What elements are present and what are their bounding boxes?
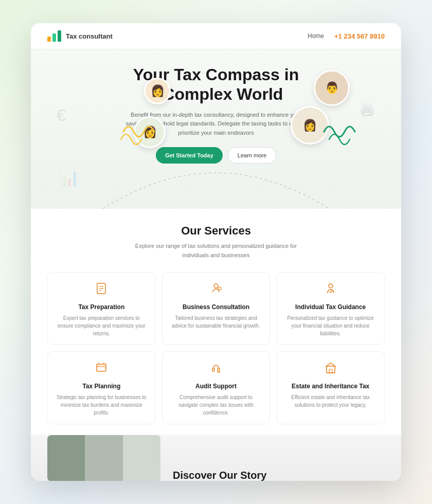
story-section: Discover Our Story: [31, 435, 401, 481]
svg-point-6: [329, 284, 333, 288]
service-desc-5: Comprehensive audit support to navigate …: [170, 393, 263, 417]
nav-links: Home +1 234 567 8910: [308, 32, 385, 40]
euro-icon: €: [57, 106, 66, 125]
learn-more-button[interactable]: Learn more: [228, 147, 276, 164]
service-card-audit-support: Audit Support Comprehensive audit suppor…: [162, 351, 271, 424]
service-name-1: Tax Preparation: [55, 303, 148, 311]
service-card-business-consultation: Business Consultation Tailored business …: [162, 272, 271, 345]
service-card-tax-planning: Tax Planning Strategic tax planning for …: [47, 351, 156, 424]
logo-icon: [47, 30, 62, 42]
logo-text: Tax consultant: [66, 32, 113, 40]
svg-rect-13: [218, 368, 220, 371]
service-name-4: Tax Planning: [55, 383, 148, 390]
services-section: Our Services Explore our range of tax so…: [31, 209, 401, 435]
service-name-2: Business Consultation: [170, 303, 263, 311]
chart-icon: 📊: [59, 168, 80, 187]
tax-preparation-icon: [55, 282, 148, 298]
audit-support-icon: [170, 361, 263, 377]
story-text-area: Discover Our Story: [173, 470, 266, 481]
service-name-5: Audit Support: [170, 383, 263, 390]
services-grid: Tax Preparation Expert tax preparation s…: [47, 272, 385, 424]
hero-title: Your Tax Compass in a Complex World: [41, 65, 391, 104]
individual-tax-icon: [284, 282, 377, 298]
story-panel-3: [123, 435, 160, 481]
service-name-3: Individual Tax Guidance: [284, 303, 377, 311]
service-card-tax-preparation: Tax Preparation Expert tax preparation s…: [47, 272, 156, 345]
service-card-individual-tax: Individual Tax Guidance Personalized tax…: [276, 272, 385, 345]
hero-subtitle: Benefit from our in-depth tax consultanc…: [123, 111, 309, 138]
service-desc-3: Personalized tax guidance to optimize yo…: [284, 314, 377, 337]
service-desc-1: Expert tax preparation services to ensur…: [55, 314, 148, 337]
service-desc-4: Strategic tax planning for businesses to…: [55, 393, 148, 417]
get-started-button[interactable]: Get Started Today: [156, 147, 223, 164]
services-subtitle: Explore our range of tax solutions and p…: [134, 242, 298, 260]
svg-rect-17: [329, 369, 332, 373]
squiggle-right: [319, 116, 360, 147]
nav-home-link[interactable]: Home: [308, 32, 324, 40]
browser-frame: Tax consultant Home +1 234 567 8910 Your…: [31, 23, 401, 481]
story-title: Discover Our Story: [173, 470, 266, 481]
service-desc-6: Efficient estate and inheritance tax sol…: [284, 393, 377, 409]
logo-area: Tax consultant: [47, 30, 113, 42]
svg-point-5: [218, 287, 221, 290]
service-card-estate-tax: Estate and Inheritance Tax Efficient est…: [276, 351, 385, 424]
nav-phone: +1 234 567 8910: [334, 32, 385, 40]
navbar: Tax consultant Home +1 234 567 8910: [31, 23, 401, 49]
story-panel-2: [85, 435, 122, 481]
story-panel-1: [47, 435, 85, 481]
hero-buttons: Get Started Today Learn more: [41, 147, 391, 164]
story-image: [47, 435, 160, 481]
hero-section: Your Tax Compass in a Complex World Bene…: [31, 49, 401, 209]
svg-point-4: [214, 284, 218, 288]
tax-planning-icon: [55, 361, 148, 377]
service-name-6: Estate and Inheritance Tax: [284, 383, 377, 390]
service-desc-2: Tailored business tax strategies and adv…: [170, 314, 263, 330]
svg-rect-12: [212, 368, 214, 371]
services-title: Our Services: [47, 224, 385, 238]
estate-tax-icon: [284, 361, 377, 377]
business-consultation-icon: [170, 282, 263, 298]
